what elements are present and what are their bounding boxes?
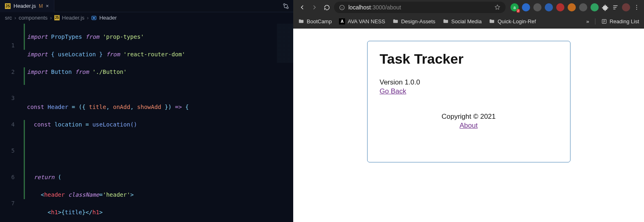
breadcrumb-src[interactable]: src <box>5 15 12 21</box>
back-button[interactable] <box>297 2 307 12</box>
svg-point-1 <box>287 7 288 9</box>
folder-icon <box>489 18 495 24</box>
adobe-icon: A <box>339 18 345 24</box>
version-text: Version 1.0.0 <box>380 78 558 87</box>
breadcrumb-file[interactable]: Header.js <box>62 15 85 21</box>
chevron-right-icon: › <box>87 15 89 21</box>
compare-changes-icon[interactable] <box>283 3 289 9</box>
profile-avatar[interactable] <box>622 3 630 11</box>
page-footer: Copyright © 2021 About <box>380 113 558 130</box>
chevron-right-icon: › <box>50 15 52 21</box>
tab-filename: Header.js <box>13 3 36 9</box>
settings-lines-icon[interactable] <box>612 4 619 11</box>
vscode-editor-pane: JS Header.js M × src › components › JS H… <box>0 0 293 222</box>
extensions-puzzle-icon[interactable] <box>602 4 609 11</box>
page-content: Task Tracker Version 1.0.0 Go Back Copyr… <box>293 29 644 222</box>
star-icon[interactable] <box>494 4 501 11</box>
task-tracker-card: Task Tracker Version 1.0.0 Go Back Copyr… <box>367 41 570 162</box>
folder-icon <box>392 18 399 24</box>
tab-modified-badge: M <box>39 3 43 9</box>
svg-point-0 <box>283 4 285 5</box>
info-icon <box>339 4 345 11</box>
url-bar[interactable]: localhost:3000/about <box>334 2 506 13</box>
extension-icon[interactable] <box>579 3 587 11</box>
close-icon[interactable]: × <box>46 3 49 9</box>
tab-header-js[interactable]: JS Header.js M × <box>0 0 54 12</box>
go-back-link[interactable]: Go Back <box>380 87 406 95</box>
extension-icon[interactable] <box>533 3 541 11</box>
js-file-icon: JS <box>54 15 60 20</box>
extension-icon[interactable]: a2 <box>510 3 519 11</box>
extension-icon[interactable] <box>522 3 530 11</box>
folder-icon <box>298 18 304 24</box>
svg-point-5 <box>636 5 637 6</box>
bookmark-social[interactable]: Social Media <box>443 18 481 24</box>
folder-icon <box>443 18 449 24</box>
extension-icon[interactable] <box>591 3 599 11</box>
menu-dots-icon[interactable] <box>633 4 640 11</box>
symbol-function-icon <box>91 15 97 21</box>
extension-icon[interactable] <box>556 3 564 11</box>
svg-rect-3 <box>93 17 95 19</box>
bookmark-quicklogin[interactable]: Quick-Login-Ref <box>489 18 536 24</box>
url-host: localhost <box>348 4 371 11</box>
tab-actions <box>279 0 293 12</box>
tab-bar: JS Header.js M × <box>0 0 293 12</box>
browser-toolbar: localhost:3000/about a2 <box>293 0 644 15</box>
browser-window: localhost:3000/about a2 BootCamp A <box>293 0 644 222</box>
line-number-gutter: 1 2 3 4 5 6 7 8 9 10 11 12 13 14 15 16 1… <box>0 24 22 222</box>
reading-list-button[interactable]: Reading List <box>595 18 639 24</box>
bookmark-bootcamp[interactable]: BootCamp <box>298 18 332 24</box>
url-port: :3000 <box>371 4 385 11</box>
breadcrumb-components[interactable]: components <box>19 15 48 21</box>
copyright-text: Copyright © 2021 <box>380 113 558 121</box>
svg-point-7 <box>636 9 637 10</box>
bookmark-design[interactable]: Design-Assets <box>392 18 435 24</box>
url-path: /about <box>385 4 401 11</box>
page-title: Task Tracker <box>380 51 558 67</box>
bookmarks-overflow-icon[interactable]: » <box>586 18 589 24</box>
code-content[interactable]: import PropTypes from 'prop-types' impor… <box>22 24 293 222</box>
bookmarks-bar: BootCamp A AVA VAN NESS Design-Assets So… <box>293 15 644 29</box>
code-editor[interactable]: 1 2 3 4 5 6 7 8 9 10 11 12 13 14 15 16 1… <box>0 24 293 222</box>
breadcrumbs[interactable]: src › components › JS Header.js › Header <box>0 12 293 23</box>
about-link[interactable]: About <box>459 122 477 129</box>
extension-icon[interactable] <box>545 3 553 11</box>
svg-point-6 <box>636 7 637 8</box>
chevron-right-icon: › <box>14 15 16 21</box>
extensions-row: a2 <box>510 3 640 11</box>
reading-list-icon <box>601 18 607 24</box>
js-file-icon: JS <box>5 3 11 9</box>
forward-button[interactable] <box>310 2 319 12</box>
reload-button[interactable] <box>322 2 332 12</box>
extension-icon[interactable] <box>568 3 576 11</box>
bookmark-ava[interactable]: A AVA VAN NESS <box>339 18 385 24</box>
breadcrumb-symbol[interactable]: Header <box>99 15 117 21</box>
